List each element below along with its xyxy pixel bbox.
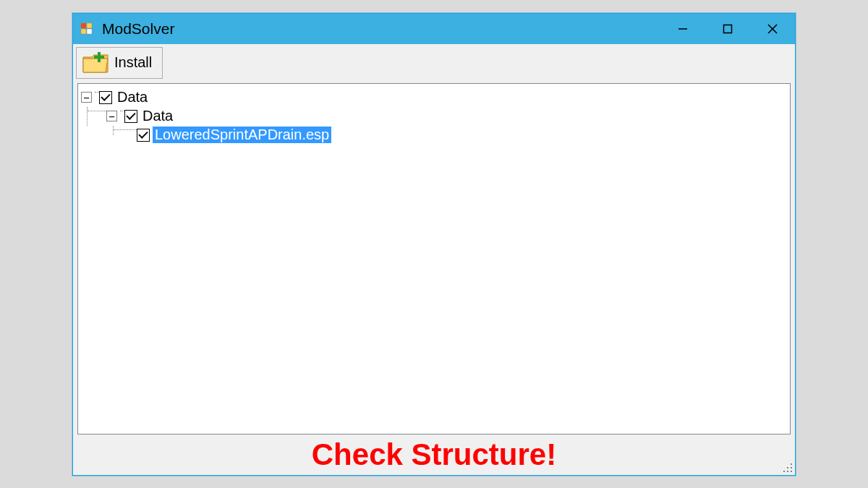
install-button[interactable]: Install <box>76 47 163 79</box>
svg-rect-3 <box>87 29 92 34</box>
svg-rect-9 <box>94 56 104 59</box>
app-window: ModSolver Install <box>72 13 796 476</box>
window-controls <box>660 14 795 44</box>
app-icon <box>79 21 95 37</box>
footer-message: Check Structure! <box>312 437 556 472</box>
status-footer: Check Structure! <box>73 435 795 475</box>
checkbox[interactable] <box>124 110 137 123</box>
tree-label: Data <box>115 89 150 106</box>
tree-label-selected: LoweredSprintAPDrain.esp <box>153 127 331 143</box>
titlebar[interactable]: ModSolver <box>73 14 795 44</box>
expand-toggle-icon[interactable]: − <box>81 92 92 103</box>
toolbar: Install <box>73 44 795 79</box>
tree-label: Data <box>140 108 175 124</box>
tree-node-esp-file[interactable]: LoweredSprintAPDrain.esp <box>81 126 787 145</box>
svg-rect-1 <box>87 23 92 28</box>
folder-plus-icon <box>81 51 110 75</box>
checkbox[interactable] <box>137 129 150 142</box>
svg-rect-0 <box>81 23 86 28</box>
expand-toggle-icon[interactable]: − <box>106 111 117 121</box>
tree-node-data-child[interactable]: − Data <box>81 107 787 126</box>
svg-rect-2 <box>81 29 86 34</box>
checkbox[interactable] <box>99 91 112 104</box>
resize-grip-icon[interactable] <box>780 461 792 472</box>
window-title: ModSolver <box>102 20 660 38</box>
tree-node-data-root[interactable]: − Data <box>81 88 787 107</box>
close-button[interactable] <box>750 14 795 44</box>
maximize-button[interactable] <box>705 14 750 44</box>
svg-rect-5 <box>724 25 732 33</box>
tree-view[interactable]: − Data − Data LoweredSprintAPDrain.esp <box>77 83 791 435</box>
install-label: Install <box>114 54 152 71</box>
minimize-button[interactable] <box>660 14 705 44</box>
